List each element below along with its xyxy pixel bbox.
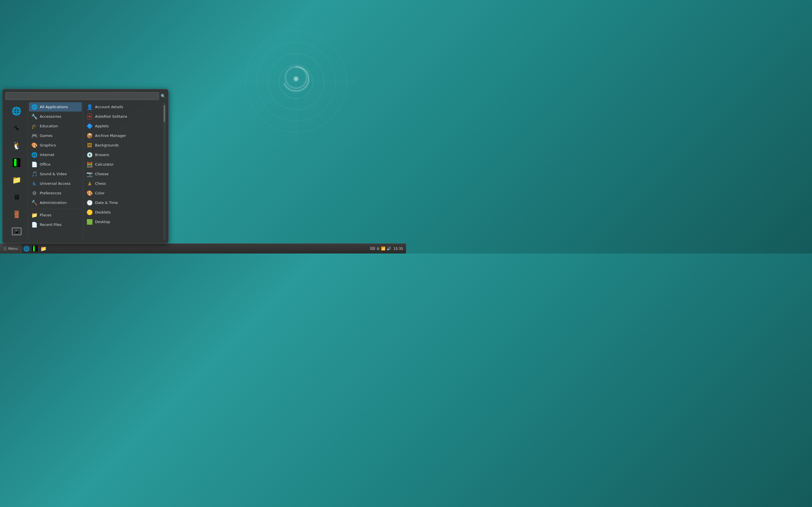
app-desklets-label: Desklets <box>95 210 111 214</box>
app-applets[interactable]: 🔷 Applets <box>84 121 162 131</box>
menu-icon: ☰ <box>3 246 7 251</box>
app-desktop-label: Desktop <box>95 220 110 224</box>
category-universal-access[interactable]: ♿ Universal Access <box>29 179 82 188</box>
category-office[interactable]: 📄 Office <box>29 160 82 169</box>
taskbar-apps: 🌐 ▌ 📁 <box>21 245 49 252</box>
sidebar-exit-icon[interactable]: 🚪 <box>9 207 24 222</box>
svg-point-5 <box>279 65 313 99</box>
app-aisleriot-label: AisleRiot Solitaire <box>95 114 127 119</box>
clock: 15:35 <box>393 247 403 251</box>
category-graphics[interactable]: 🎨 Graphics <box>29 140 82 150</box>
apps-scrollbar[interactable] <box>163 103 165 240</box>
app-chess-label: Chess <box>95 181 106 186</box>
office-icon: 📄 <box>31 161 38 167</box>
category-games[interactable]: 🎮 Games <box>29 131 82 140</box>
app-desktop[interactable]: 🟩 Desktop <box>84 217 162 226</box>
app-calculator[interactable]: 🧮 Calculator <box>84 160 162 169</box>
calculator-icon: 🧮 <box>87 161 93 167</box>
taskbar-terminal-icon[interactable]: ▌ <box>31 245 39 252</box>
display-tray-icon: 🖥 <box>376 246 380 251</box>
category-recent-label: Recent Files <box>40 223 62 227</box>
category-games-label: Games <box>40 133 52 138</box>
aisleriot-icon: 🃏 <box>87 114 93 119</box>
category-accessories[interactable]: 🔧 Accessories <box>29 112 82 121</box>
category-places-label: Places <box>40 213 51 217</box>
sidebar-tools-icon[interactable]: ✂ <box>9 121 24 136</box>
app-desklets[interactable]: 🟡 Desklets <box>84 208 162 217</box>
menu-body: 🌐 ✂ 🐧 ▌ 📁 🖥 🚪 <box>5 102 165 240</box>
internet-icon: 🌐 <box>31 152 38 158</box>
category-all-label: All Applications <box>40 105 68 109</box>
sidebar-tux-icon[interactable]: 🐧 <box>9 138 24 153</box>
search-input[interactable] <box>5 92 159 100</box>
app-archive-manager[interactable]: 📦 Archive Manager <box>84 131 162 140</box>
category-graphics-label: Graphics <box>40 143 56 147</box>
sidebar-device-icon[interactable]: 📱 <box>9 224 24 239</box>
taskbar: ☰ Menu 🌐 ▌ 📁 ⌨ 🖥 📶 🔊 15:35 <box>0 243 406 253</box>
app-calculator-label: Calculator <box>95 162 114 166</box>
category-all-applications[interactable]: 🌐 All Applications <box>29 102 82 112</box>
category-sound-video-label: Sound & Video <box>40 172 67 176</box>
cheese-icon: 📷 <box>87 171 93 177</box>
category-sound-video[interactable]: 🎵 Sound & Video <box>29 169 82 179</box>
education-icon: 🎓 <box>31 123 38 129</box>
app-brasero-label: Brasero <box>95 153 109 157</box>
app-chess[interactable]: ♟ Chess <box>84 179 162 188</box>
keyboard-icon: ⌨ <box>370 246 375 251</box>
taskbar-web-icon[interactable]: 🌐 <box>22 245 31 252</box>
date-time-icon: 🕐 <box>87 200 93 206</box>
app-date-time[interactable]: 🕐 Date & Time <box>84 198 162 207</box>
app-menu: 🔍 🌐 ✂ 🐧 ▌ 📁 <box>2 89 168 243</box>
administration-icon: 🔨 <box>31 200 38 206</box>
places-icon: 📁 <box>31 212 38 218</box>
app-date-time-label: Date & Time <box>95 201 118 205</box>
desktop-swirl <box>237 22 355 141</box>
svg-point-7 <box>294 76 298 81</box>
preferences-icon: ⚙ <box>31 190 38 196</box>
sidebar-terminal-icon[interactable]: ▌ <box>9 155 24 170</box>
category-administration[interactable]: 🔨 Administration <box>29 198 82 207</box>
color-icon: 🎨 <box>87 190 93 196</box>
universal-access-icon: ♿ <box>31 180 38 186</box>
app-color[interactable]: 🎨 Color <box>84 188 162 198</box>
app-backgrounds[interactable]: 🖼 Backgrounds <box>84 140 162 150</box>
category-preferences[interactable]: ⚙ Preferences <box>29 188 82 198</box>
app-brasero[interactable]: 💿 Brasero <box>84 150 162 159</box>
desklets-icon: 🟡 <box>87 209 93 215</box>
category-internet[interactable]: 🌐 Internet <box>29 150 82 159</box>
menu-sidebar: 🌐 ✂ 🐧 ▌ 📁 🖥 🚪 <box>5 102 28 240</box>
app-archive-manager-label: Archive Manager <box>95 133 126 138</box>
app-backgrounds-label: Backgrounds <box>95 143 119 147</box>
app-aisleriot[interactable]: 🃏 AisleRiot Solitaire <box>84 112 162 121</box>
chess-icon: ♟ <box>87 180 93 186</box>
menu-categories: 🌐 All Applications 🔧 Accessories 🎓 Educa… <box>28 102 83 240</box>
app-account-details-label: Account details <box>95 105 123 109</box>
menu-apps: 👤 Account details 🃏 AisleRiot Solitaire … <box>83 102 163 240</box>
svg-point-4 <box>268 54 324 110</box>
sidebar-folder-icon[interactable]: 📁 <box>9 172 24 187</box>
all-apps-icon: 🌐 <box>31 104 38 110</box>
taskbar-menu-button[interactable]: ☰ Menu <box>0 244 21 253</box>
category-recent-files[interactable]: 📄 Recent Files <box>29 220 82 229</box>
category-internet-label: Internet <box>40 153 54 157</box>
volume-icon: 🔊 <box>387 246 391 251</box>
svg-point-3 <box>257 42 336 121</box>
taskbar-files-icon[interactable]: 📁 <box>40 245 47 252</box>
svg-point-6 <box>285 67 307 88</box>
app-cheese[interactable]: 📷 Cheese <box>84 169 162 179</box>
sidebar-web-icon[interactable]: 🌐 <box>9 103 24 119</box>
sidebar-display-icon[interactable]: 🖥 <box>9 189 24 205</box>
app-cheese-label: Cheese <box>95 172 109 176</box>
category-administration-label: Administration <box>40 201 66 205</box>
graphics-icon: 🎨 <box>31 142 38 148</box>
app-account-details[interactable]: 👤 Account details <box>84 102 162 112</box>
category-accessories-label: Accessories <box>40 114 61 119</box>
applets-icon: 🔷 <box>87 123 93 129</box>
category-education[interactable]: 🎓 Education <box>29 121 82 131</box>
archive-manager-icon: 📦 <box>87 133 93 138</box>
backgrounds-icon: 🖼 <box>87 142 93 148</box>
category-places[interactable]: 📁 Places <box>29 210 82 220</box>
apps-scrollbar-thumb <box>163 105 165 122</box>
sound-video-icon: 🎵 <box>31 171 38 177</box>
search-icon: 🔍 <box>161 94 165 98</box>
